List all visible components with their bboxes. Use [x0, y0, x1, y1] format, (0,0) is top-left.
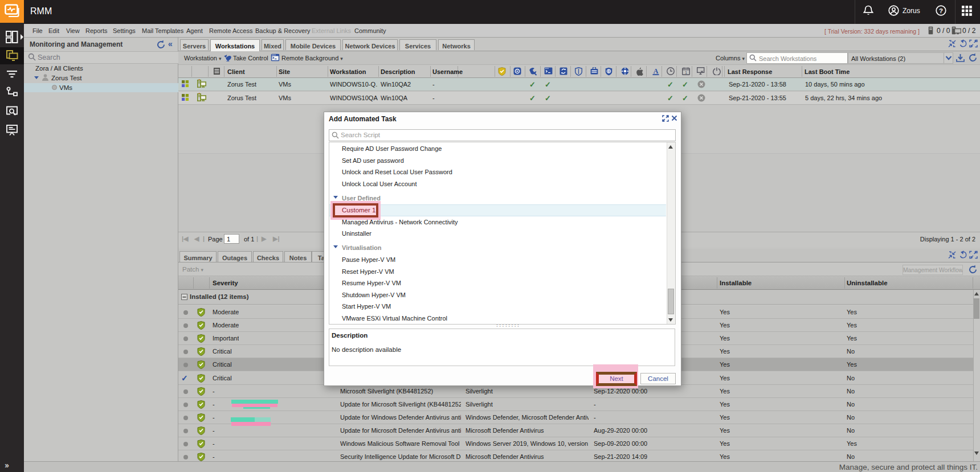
svg-text:A: A	[654, 67, 659, 75]
svg-text:?: ?	[939, 7, 943, 14]
svg-text:1: 1	[685, 70, 687, 75]
